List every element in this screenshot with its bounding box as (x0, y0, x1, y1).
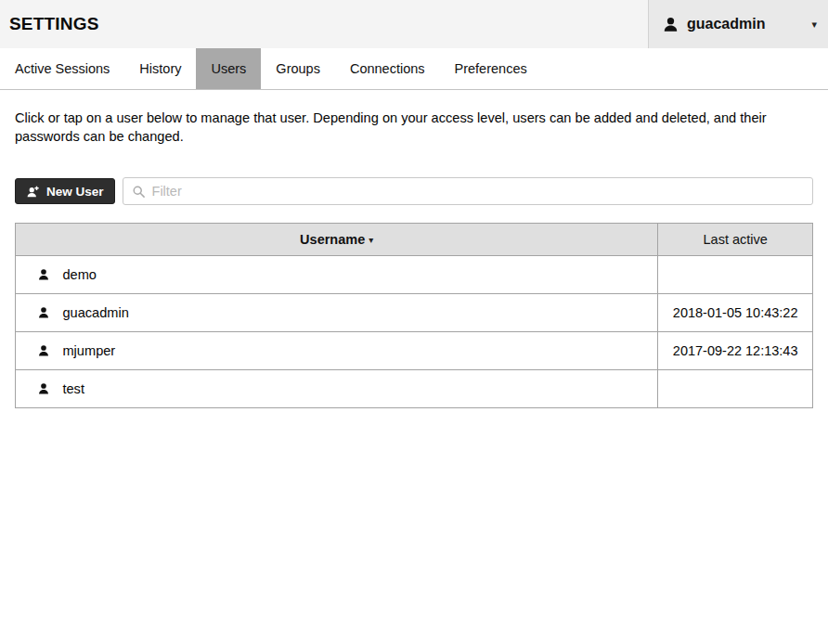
user-icon (662, 16, 679, 33)
tab-active-sessions[interactable]: Active Sessions (0, 48, 124, 89)
column-header-username-label: Username (300, 232, 365, 247)
tab-users[interactable]: Users (196, 48, 261, 89)
username-cell: test (16, 370, 658, 408)
user-icon (37, 382, 50, 395)
last-active-cell: 2017-09-22 12:13:43 (658, 332, 813, 370)
action-bar: New User (15, 177, 813, 205)
search-icon (132, 185, 146, 199)
tab-connections[interactable]: Connections (335, 48, 440, 89)
filter-input[interactable] (152, 178, 812, 204)
chevron-down-icon: ▾ (811, 19, 817, 31)
users-table: Username▾ Last active demo guacadmin 201… (15, 223, 813, 408)
table-row[interactable]: guacadmin 2018-01-05 10:43:22 (16, 294, 813, 332)
new-user-button-label: New User (46, 185, 104, 199)
column-header-username[interactable]: Username▾ (16, 224, 658, 256)
username-text: demo (62, 267, 97, 282)
page-title: SETTINGS (0, 14, 99, 34)
username-cell: guacadmin (16, 294, 658, 332)
last-active-cell (658, 370, 813, 408)
username-cell: mjumper (16, 332, 658, 370)
last-active-cell: 2018-01-05 10:43:22 (658, 294, 813, 332)
page-description: Click or tap on a user below to manage t… (15, 109, 785, 146)
user-menu-button[interactable]: guacadmin ▾ (648, 0, 828, 48)
table-row[interactable]: mjumper 2017-09-22 12:13:43 (16, 332, 813, 370)
tab-preferences[interactable]: Preferences (440, 48, 542, 89)
table-row[interactable]: test (16, 370, 813, 408)
table-header-row: Username▾ Last active (16, 224, 813, 256)
add-user-icon (26, 185, 40, 199)
users-settings-section: Click or tap on a user below to manage t… (15, 109, 813, 408)
tab-bar: Active SessionsHistoryUsersGroupsConnect… (0, 48, 828, 90)
new-user-button[interactable]: New User (15, 178, 115, 204)
username-cell: demo (16, 256, 658, 294)
sort-descending-icon: ▾ (369, 235, 373, 245)
user-menu-username: guacadmin (687, 16, 765, 32)
filter-field (123, 177, 813, 205)
tab-history[interactable]: History (124, 48, 196, 89)
app-header: SETTINGS guacadmin ▾ (0, 0, 828, 48)
username-text: test (62, 381, 84, 396)
column-header-last-active[interactable]: Last active (658, 224, 813, 256)
user-icon (37, 268, 50, 281)
table-row[interactable]: demo (16, 256, 813, 294)
user-icon (37, 306, 50, 319)
username-text: guacadmin (62, 305, 128, 320)
tab-groups[interactable]: Groups (261, 48, 335, 89)
username-text: mjumper (62, 343, 115, 358)
user-icon (37, 344, 50, 357)
last-active-cell (658, 256, 813, 294)
